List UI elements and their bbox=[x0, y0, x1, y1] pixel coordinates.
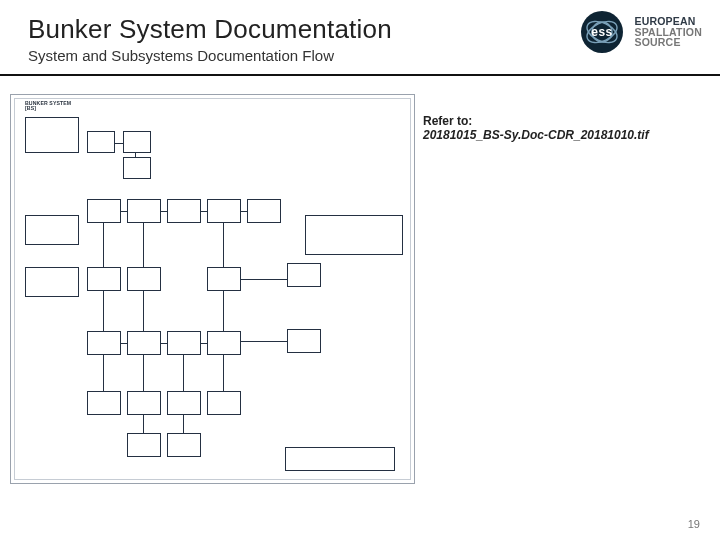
diagram-node bbox=[127, 433, 161, 457]
diagram-node bbox=[305, 215, 403, 255]
diagram-connector bbox=[143, 415, 144, 433]
diagram-node bbox=[247, 199, 281, 223]
diagram-connector bbox=[183, 415, 184, 433]
diagram-title: BUNKER SYSTEM [BS] bbox=[25, 101, 71, 112]
refer-file: 20181015_BS-Sy.Doc-CDR_20181010.tif bbox=[423, 128, 649, 142]
logo-monogram: ess bbox=[592, 25, 614, 39]
diagram-node bbox=[87, 267, 121, 291]
diagram-connector bbox=[143, 223, 144, 267]
diagram-connector bbox=[223, 355, 224, 391]
diagram-connector bbox=[103, 291, 104, 331]
logo-text: EUROPEAN SPALLATION SOURCE bbox=[634, 16, 702, 48]
diagram-connector bbox=[121, 343, 127, 344]
diagram-node bbox=[127, 331, 161, 355]
diagram-connector bbox=[223, 223, 224, 267]
diagram-connector bbox=[241, 211, 247, 212]
flow-diagram: BUNKER SYSTEM [BS] bbox=[10, 94, 415, 484]
diagram-connector bbox=[183, 355, 184, 391]
diagram-connector bbox=[241, 279, 287, 280]
flow-diagram-canvas: BUNKER SYSTEM [BS] bbox=[14, 98, 411, 480]
diagram-connector bbox=[103, 355, 104, 391]
diagram-node bbox=[25, 117, 79, 153]
diagram-connector bbox=[103, 223, 104, 267]
refer-label: Refer to: bbox=[423, 114, 472, 128]
diagram-node bbox=[207, 391, 241, 415]
diagram-node bbox=[87, 131, 115, 153]
diagram-node bbox=[25, 215, 79, 245]
diagram-node bbox=[207, 199, 241, 223]
diagram-node bbox=[123, 131, 151, 153]
diagram-node bbox=[87, 199, 121, 223]
header-underline bbox=[0, 74, 720, 76]
diagram-node bbox=[167, 331, 201, 355]
diagram-connector bbox=[115, 143, 123, 144]
diagram-connector bbox=[143, 291, 144, 331]
diagram-connector bbox=[161, 211, 167, 212]
diagram-connector bbox=[201, 211, 207, 212]
diagram-connector bbox=[143, 355, 144, 391]
diagram-connector bbox=[223, 291, 224, 331]
page-number: 19 bbox=[688, 518, 700, 530]
header: Bunker System Documentation System and S… bbox=[0, 0, 720, 86]
diagram-connector bbox=[241, 341, 287, 342]
diagram-node bbox=[167, 433, 201, 457]
diagram-node bbox=[207, 267, 241, 291]
diagram-node bbox=[287, 263, 321, 287]
refer-callout: Refer to: 20181015_BS-Sy.Doc-CDR_2018101… bbox=[423, 114, 649, 142]
diagram-node bbox=[127, 199, 161, 223]
diagram-node bbox=[207, 331, 241, 355]
ess-logo-icon: ess bbox=[580, 10, 624, 54]
logo: ess EUROPEAN SPALLATION SOURCE bbox=[580, 10, 702, 54]
diagram-node bbox=[123, 157, 151, 179]
logo-line3: SOURCE bbox=[634, 37, 702, 48]
diagram-node bbox=[25, 267, 79, 297]
diagram-node bbox=[127, 267, 161, 291]
diagram-node bbox=[87, 331, 121, 355]
diagram-node bbox=[87, 391, 121, 415]
diagram-connector bbox=[135, 153, 136, 157]
diagram-node bbox=[285, 447, 395, 471]
diagram-node bbox=[167, 391, 201, 415]
diagram-node bbox=[287, 329, 321, 353]
diagram-node bbox=[127, 391, 161, 415]
slide: Bunker System Documentation System and S… bbox=[0, 0, 720, 540]
diagram-node bbox=[167, 199, 201, 223]
diagram-connector bbox=[201, 343, 207, 344]
diagram-connector bbox=[161, 343, 167, 344]
diagram-connector bbox=[121, 211, 127, 212]
